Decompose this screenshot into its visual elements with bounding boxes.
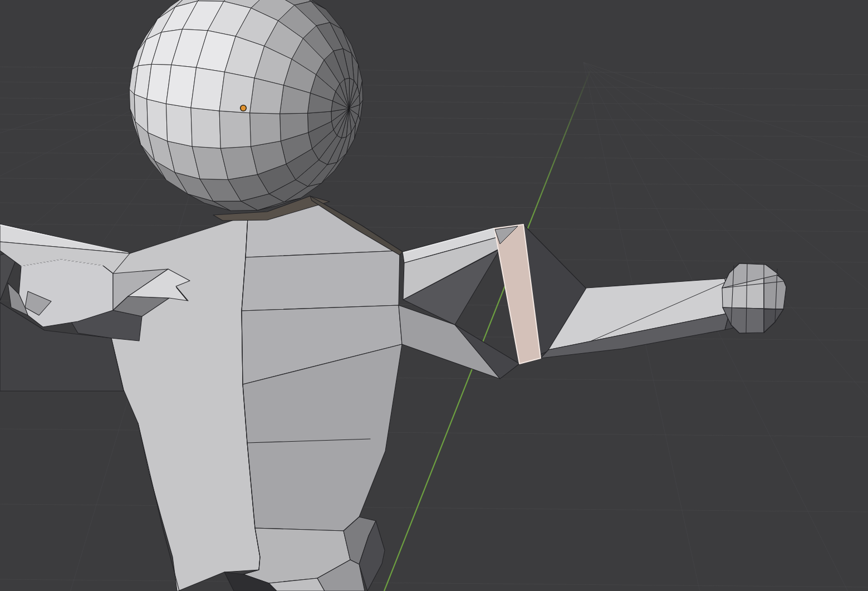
head-face[interactable] <box>166 104 192 146</box>
head-face[interactable] <box>250 113 281 146</box>
head-face[interactable] <box>219 111 251 148</box>
torso-blade-band-face[interactable] <box>242 251 400 311</box>
origin-vertex-marker[interactable] <box>241 106 246 111</box>
head-face[interactable] <box>219 72 254 113</box>
origin-vertex-dot[interactable] <box>240 105 247 111</box>
head-face[interactable] <box>191 67 225 111</box>
head-face[interactable] <box>191 108 220 148</box>
viewport-canvas <box>0 0 868 591</box>
blender-3d-viewport <box>0 0 868 591</box>
